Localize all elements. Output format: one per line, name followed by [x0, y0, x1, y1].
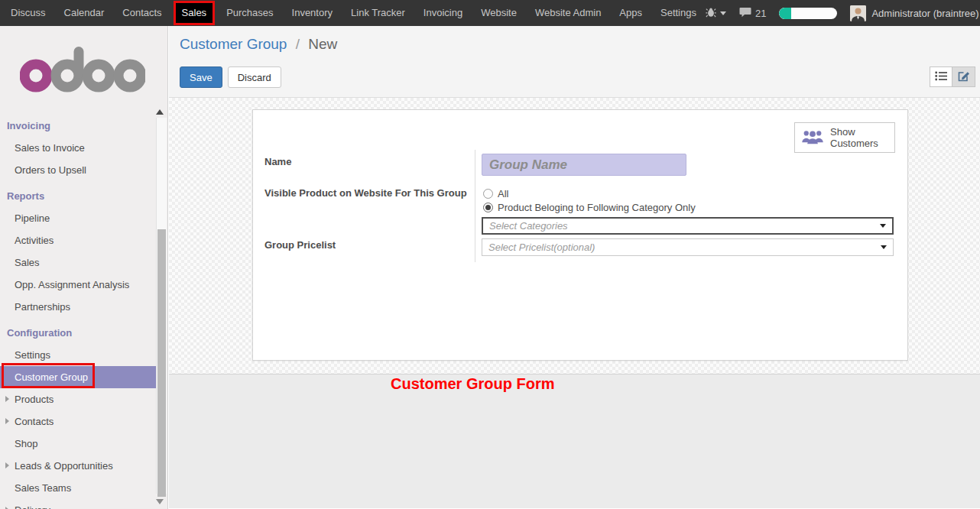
breadcrumb: Customer Group / New: [180, 36, 337, 53]
sidebar-item-opp-assignment-analysis[interactable]: Opp. Assignment Analysis: [0, 274, 156, 296]
sidebar-item-label: Sales Teams: [15, 482, 71, 494]
topbar-menu-link-tracker[interactable]: Link Tracker: [342, 0, 414, 26]
radio-checked-icon: [483, 203, 493, 212]
group-name-input[interactable]: [482, 154, 686, 176]
debug-menu[interactable]: [706, 7, 726, 20]
topbar-menu-website-admin[interactable]: Website Admin: [526, 0, 610, 26]
sidebar-item-pipeline[interactable]: Pipeline: [0, 207, 156, 229]
categories-select[interactable]: Select Categories: [482, 217, 894, 235]
sidebar-item-shop[interactable]: Shop: [0, 433, 156, 455]
show-customers-label: Show Customers: [830, 126, 879, 149]
sidebar-item-label: Shop: [15, 438, 37, 449]
sidebar-item-contacts[interactable]: Contacts: [0, 410, 156, 433]
breadcrumb-parent[interactable]: Customer Group: [180, 36, 287, 52]
categories-placeholder: Select Categories: [489, 220, 568, 232]
sidebar-item-label: Sales to Invoice: [15, 142, 85, 154]
radio-category-label: Product Beloging to Following Category O…: [498, 202, 696, 213]
bug-icon: [706, 7, 716, 20]
sidebar-item-partnerships[interactable]: Partnerships: [0, 296, 156, 318]
control-panel: Customer Group / New Save Discard: [169, 26, 980, 98]
breadcrumb-separator: /: [296, 36, 300, 52]
caret-down-icon: [881, 245, 887, 249]
sidebar-item-delivery[interactable]: Delivery: [0, 499, 156, 509]
odoo-logo[interactable]: [20, 46, 167, 93]
topbar-menu-inventory[interactable]: Inventory: [283, 0, 342, 26]
sidebar-item-activities[interactable]: Activities: [0, 229, 156, 251]
list-view-button[interactable]: [930, 66, 952, 87]
sidebar-item-label: Opp. Assignment Analysis: [15, 279, 129, 290]
sidebar-item-customer-group[interactable]: Customer Group: [0, 366, 156, 388]
sidebar-item-sales-to-invoice[interactable]: Sales to Invoice: [0, 137, 156, 159]
sidebar-section-configuration: Configuration: [0, 322, 156, 344]
sidebar-item-label: Orders to Upsell: [15, 164, 86, 176]
messages-menu[interactable]: 21: [739, 7, 766, 20]
sidebar-item-label: Partnerships: [15, 301, 70, 313]
user-menu[interactable]: Administrator (braintree): [850, 5, 980, 21]
sidebar-item-label: Products: [15, 394, 54, 405]
topbar: DiscussCalendarContactsSalesPurchasesInv…: [0, 0, 980, 26]
sidebar-scrollbar[interactable]: [156, 118, 167, 494]
main-content: Customer Group / New Save Discard: [169, 26, 980, 509]
topbar-menu-discuss[interactable]: Discuss: [2, 0, 55, 26]
topbar-menu-settings[interactable]: Settings: [651, 0, 706, 26]
edit-icon: [958, 70, 970, 84]
sidebar-item-leads-opportunities[interactable]: Leads & Opportunities: [0, 455, 156, 477]
name-label: Name: [264, 156, 291, 167]
list-icon: [935, 71, 947, 83]
sidebar-item-label: Delivery: [15, 504, 50, 509]
sidebar-item-label: Sales: [15, 257, 40, 268]
sidebar-item-sales-teams[interactable]: Sales Teams: [0, 477, 156, 499]
caret-right-icon: [5, 462, 9, 468]
topbar-menu-invoicing[interactable]: Invoicing: [414, 0, 472, 26]
discard-button[interactable]: Discard: [228, 66, 281, 88]
sidebar-item-label: Leads & Opportunities: [15, 460, 113, 472]
sidebar-section-reports: Reports: [0, 185, 156, 207]
topbar-menu-website[interactable]: Website: [472, 0, 526, 26]
show-customers-button[interactable]: Show Customers: [794, 122, 895, 153]
topbar-menu-calendar[interactable]: Calendar: [55, 0, 114, 26]
message-count: 21: [755, 8, 766, 19]
sidebar-item-products[interactable]: Products: [0, 388, 156, 410]
user-name: Administrator (braintree): [871, 8, 978, 19]
trial-timer-pill[interactable]: [779, 8, 837, 19]
people-group-icon: [801, 128, 824, 148]
odoo-app-window: DiscussCalendarContactsSalesPurchasesInv…: [0, 0, 980, 509]
topbar-menu-apps[interactable]: Apps: [610, 0, 651, 26]
sidebar: InvoicingSales to InvoiceOrders to Upsel…: [0, 26, 168, 509]
visible-products-label: Visible Product on Website For This Grou…: [264, 187, 467, 199]
user-avatar: [850, 5, 866, 21]
sidebar-section-invoicing: Invoicing: [0, 115, 156, 137]
breadcrumb-current: New: [308, 36, 337, 52]
topbar-menus: DiscussCalendarContactsSalesPurchasesInv…: [0, 0, 706, 26]
sidebar-item-label: Pipeline: [15, 212, 50, 224]
customer-group-form: Show Customers Name Visible Product on W…: [252, 109, 908, 361]
sidebar-item-orders-to-upsell[interactable]: Orders to Upsell: [0, 159, 156, 181]
topbar-menu-contacts[interactable]: Contacts: [113, 0, 170, 26]
sidebar-item-label: Settings: [15, 349, 50, 361]
radio-all[interactable]: All: [483, 188, 508, 199]
sidebar-item-settings[interactable]: Settings: [0, 344, 156, 366]
save-button[interactable]: Save: [180, 66, 222, 88]
annotation-caption: Customer Group Form: [391, 375, 554, 393]
sidebar-item-label: Activities: [15, 235, 54, 246]
annotation-area: Customer Group Form: [169, 374, 980, 508]
view-switcher: [930, 66, 975, 87]
topbar-menu-purchases[interactable]: Purchases: [217, 0, 282, 26]
caret-right-icon: [5, 396, 9, 402]
form-view-button[interactable]: [952, 66, 975, 87]
pricelist-label: Group Pricelist: [264, 239, 336, 251]
caret-right-icon: [5, 418, 9, 424]
pricelist-placeholder: Select Pricelist(optional): [488, 242, 595, 253]
trial-timer-progress: [779, 8, 791, 19]
scrollbar-thumb[interactable]: [157, 229, 166, 497]
scroll-down-icon[interactable]: [156, 499, 164, 504]
sidebar-menu: InvoicingSales to InvoiceOrders to Upsel…: [0, 115, 156, 509]
sidebar-item-sales[interactable]: Sales: [0, 251, 156, 274]
topbar-menu-sales[interactable]: Sales: [176, 3, 213, 23]
caret-down-icon: [720, 11, 726, 15]
radio-category-only[interactable]: Product Beloging to Following Category O…: [483, 202, 696, 213]
form-actions: Save Discard: [180, 66, 281, 88]
scroll-up-icon[interactable]: [156, 109, 164, 115]
radio-unchecked-icon: [483, 189, 493, 199]
pricelist-select[interactable]: Select Pricelist(optional): [482, 238, 894, 256]
